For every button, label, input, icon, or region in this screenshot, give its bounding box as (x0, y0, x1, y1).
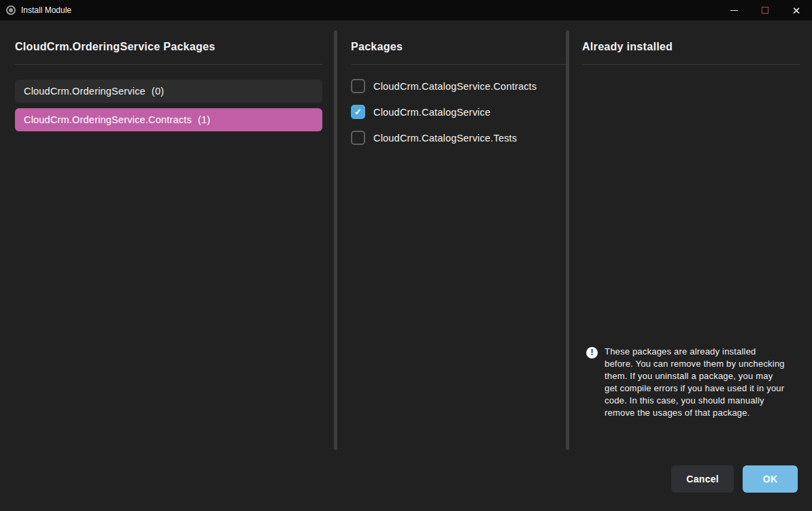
packages-checkbox-list: ✓ CloudCrm.CatalogService.Contracts ✓ Cl… (351, 79, 566, 145)
note-text: These packages are already installed bef… (605, 346, 787, 419)
check-icon: ✓ (354, 108, 362, 116)
checkbox-row-catalogservice-tests[interactable]: ✓ CloudCrm.CatalogService.Tests (351, 131, 566, 145)
left-panel-header: CloudCrm.OrderingService Packages (15, 41, 322, 65)
dialog-footer: Cancel OK (671, 465, 798, 493)
package-count: (0) (152, 86, 164, 97)
window-controls: ✕ (718, 0, 812, 20)
checkbox-label: CloudCrm.CatalogService.Contracts (373, 81, 537, 92)
close-button[interactable]: ✕ (781, 0, 812, 20)
app-logo-icon (6, 5, 16, 15)
panel-separator-right (566, 31, 569, 450)
checkbox-checked-icon[interactable]: ✓ (351, 105, 365, 119)
close-icon: ✕ (792, 5, 801, 16)
packages-panel-header: Packages (351, 41, 566, 65)
package-label: CloudCrm.OrderingService.Contracts (24, 114, 192, 125)
cancel-button[interactable]: Cancel (671, 465, 734, 493)
checkbox-unchecked-icon[interactable]: ✓ (351, 131, 365, 145)
module-packages-panel: CloudCrm.OrderingService Packages CloudC… (15, 41, 322, 137)
window-title: Install Module (21, 5, 71, 15)
info-icon: ! (586, 347, 598, 359)
packages-panel: Packages ✓ CloudCrm.CatalogService.Contr… (351, 41, 566, 156)
minimize-icon (730, 10, 738, 11)
maximize-icon (762, 7, 768, 14)
list-item-orderingservice-contracts[interactable]: CloudCrm.OrderingService.Contracts (1) (15, 108, 322, 131)
package-label: CloudCrm.OrderingService (24, 86, 146, 97)
maximize-button[interactable] (749, 0, 781, 20)
checkbox-label: CloudCrm.CatalogService (373, 107, 490, 118)
module-package-list: CloudCrm.OrderingService (0) CloudCrm.Or… (15, 80, 322, 131)
titlebar: Install Module ✕ (0, 0, 812, 20)
minimize-button[interactable] (718, 0, 749, 20)
install-module-window: Install Module ✕ CloudCrm.OrderingServic… (0, 0, 812, 511)
list-item-orderingservice[interactable]: CloudCrm.OrderingService (0) (15, 80, 322, 103)
already-installed-header: Already installed (582, 41, 800, 65)
checkbox-row-catalogservice-contracts[interactable]: ✓ CloudCrm.CatalogService.Contracts (351, 79, 566, 93)
already-installed-note: ! These packages are already installed b… (586, 346, 793, 419)
package-count: (1) (198, 114, 210, 125)
panel-separator-left (334, 31, 337, 450)
already-installed-panel: Already installed ! These packages are a… (582, 41, 800, 449)
checkbox-unchecked-icon[interactable]: ✓ (351, 79, 365, 93)
ok-button[interactable]: OK (743, 465, 798, 493)
checkbox-row-catalogservice[interactable]: ✓ CloudCrm.CatalogService (351, 105, 566, 119)
checkbox-label: CloudCrm.CatalogService.Tests (373, 133, 517, 144)
